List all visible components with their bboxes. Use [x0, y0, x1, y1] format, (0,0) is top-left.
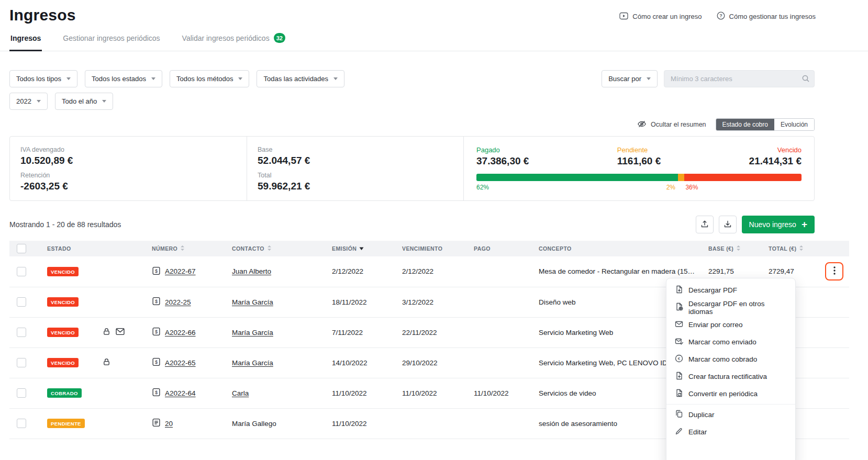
tab-validar-periodicos[interactable]: Validar ingresos periódicos 32 — [181, 26, 286, 51]
mail-icon — [675, 320, 683, 330]
chevron-down-icon — [238, 77, 242, 80]
tabs: Ingresos Gestionar ingresos periódicos V… — [0, 26, 868, 51]
invoice-icon: $ — [152, 388, 161, 398]
col-contacto[interactable]: CONTACTO — [232, 241, 332, 256]
export-button[interactable] — [696, 216, 714, 233]
filter-label: Todas las actividades — [263, 75, 328, 83]
retencion-value: -2603,25 € — [20, 181, 234, 192]
filter-year-dropdown[interactable]: 2022 — [9, 93, 48, 110]
flags-cell — [103, 408, 152, 439]
toggle-estado-de-cobro[interactable]: Estado de cobro — [716, 119, 774, 130]
filter-activities-dropdown[interactable]: Todas las actividades — [257, 70, 344, 87]
numero-link[interactable]: A2022-64 — [165, 389, 196, 397]
menu-item-enviar-correo[interactable]: Enviar por correo — [666, 316, 795, 333]
chevron-down-icon — [151, 77, 155, 80]
help-link-create-income[interactable]: Cómo crear un ingreso — [619, 12, 702, 21]
numero-cell: $A2022-66 — [152, 317, 232, 347]
estado-cell: VENCIDO — [47, 256, 103, 287]
col-emision[interactable]: EMISIÓN — [332, 241, 402, 256]
hide-summary-toggle[interactable]: Ocultar el resumen — [637, 119, 706, 130]
numero-link[interactable]: A2022-65 — [165, 359, 196, 367]
pago-cell — [474, 256, 539, 287]
pendiente-pct: 2% — [666, 184, 675, 191]
menu-item-descargar-pdf-idiomas[interactable]: Descargar PDF en otros idiomas — [666, 299, 795, 316]
actions-cell — [821, 256, 849, 287]
filter-methods-dropdown[interactable]: Todos los métodos — [170, 70, 249, 87]
menu-item-label: Duplicar — [688, 411, 715, 419]
vencimiento-cell: 29/10/2022 — [402, 347, 474, 378]
select-all-checkbox[interactable] — [17, 244, 26, 253]
tab-gestionar-periodicos[interactable]: Gestionar ingresos periódicos — [62, 26, 161, 51]
new-income-button[interactable]: Nuevo ingreso + — [742, 216, 815, 233]
topbar: Ingresos Cómo crear un ingreso ? Cómo ge… — [0, 0, 868, 24]
contacto-link[interactable]: Carla — [232, 389, 249, 397]
filter-types-dropdown[interactable]: Todos los tipos — [9, 70, 77, 87]
coin-icon: € — [675, 354, 683, 364]
row-checkbox[interactable] — [17, 419, 26, 428]
contacto-link[interactable]: Juan Alberto — [232, 267, 271, 275]
filter-states-dropdown[interactable]: Todos los estados — [85, 70, 162, 87]
help-link-manage-incomes[interactable]: ? Cómo gestionar tus ingresos — [717, 12, 816, 21]
col-vencimiento: VENCIMIENTO — [402, 241, 474, 256]
contacto-cell: Carla — [232, 378, 332, 408]
col-total[interactable]: TOTAL (€) — [769, 241, 821, 256]
menu-item-descargar-pdf[interactable]: Descargar PDF — [666, 282, 795, 299]
menu-item-marcar-cobrado[interactable]: € Marcar como cobrado — [666, 351, 795, 368]
menu-item-factura-rectificativa[interactable]: Crear factura rectificativa — [666, 368, 795, 385]
menu-item-label: Marcar como cobrado — [688, 355, 757, 363]
estado-cell: PENDIENTE — [47, 408, 103, 439]
pagado-label: Pagado — [476, 146, 529, 154]
chevron-down-icon — [37, 100, 41, 103]
results-count: Mostrando 1 - 20 de 88 resultados — [9, 220, 121, 229]
tab-ingresos[interactable]: Ingresos — [9, 26, 42, 51]
svg-text:$: $ — [155, 390, 158, 395]
emision-cell: 18/11/2022 — [332, 287, 402, 317]
download-pdf-languages-icon — [675, 302, 683, 312]
svg-text:$: $ — [155, 299, 158, 304]
emision-cell: 2/12/2022 — [332, 256, 402, 287]
filter-group: Todos los tipos Todos los estados Todos … — [9, 70, 344, 87]
invoice-icon: $ — [152, 266, 161, 277]
menu-item-convertir-periodica[interactable]: Convertir en periódica — [666, 385, 795, 402]
chevron-down-icon — [102, 100, 106, 103]
numero-link[interactable]: 20 — [165, 420, 173, 428]
menu-item-duplicar[interactable]: Duplicar — [666, 406, 795, 423]
row-checkbox[interactable] — [17, 358, 26, 367]
vencimiento-cell: 22/11/2022 — [402, 317, 474, 347]
row-checkbox[interactable] — [17, 328, 26, 337]
search-by-dropdown[interactable]: Buscar por — [602, 70, 658, 87]
numero-link[interactable]: A2022-67 — [165, 267, 196, 275]
pendiente-block: Pendiente 1161,60 € — [617, 146, 661, 167]
eye-off-icon — [637, 119, 647, 130]
col-base[interactable]: BASE (€) — [708, 241, 769, 256]
search-input[interactable] — [664, 70, 815, 87]
download-button[interactable] — [719, 216, 737, 233]
row-actions-menu-button[interactable] — [825, 262, 843, 281]
col-numero[interactable]: NÚMERO — [152, 241, 232, 256]
toggle-evolucion[interactable]: Evolución — [774, 119, 814, 130]
filters-row-2: 2022 Todo el año — [9, 93, 815, 110]
filter-period-dropdown[interactable]: Todo el año — [55, 93, 113, 110]
video-icon — [619, 12, 628, 21]
chevron-down-icon — [647, 77, 651, 80]
row-checkbox[interactable] — [17, 388, 26, 398]
svg-text:$: $ — [155, 360, 158, 365]
page-title: Ingresos — [9, 6, 76, 24]
lock-icon — [103, 328, 110, 337]
vencimiento-cell — [402, 408, 474, 439]
filter-label: Todo el año — [62, 97, 97, 105]
menu-item-editar[interactable]: Editar — [666, 423, 795, 441]
contacto-link[interactable]: María García — [232, 329, 273, 336]
row-checkbox[interactable] — [17, 297, 26, 307]
contacto-link[interactable]: María García — [232, 298, 273, 306]
emision-cell: 11/10/2022 — [332, 408, 402, 439]
row-checkbox[interactable] — [17, 267, 26, 276]
total-label: Total — [258, 172, 451, 179]
numero-link[interactable]: A2022-66 — [165, 329, 196, 336]
bar-paid — [476, 174, 678, 181]
contacto-link[interactable]: María García — [232, 359, 273, 367]
menu-item-label: Crear factura rectificativa — [688, 373, 767, 380]
bar-pending — [678, 174, 684, 181]
numero-link[interactable]: 2022-25 — [165, 298, 191, 306]
menu-item-marcar-enviado[interactable]: Marcar como enviado — [666, 333, 795, 351]
